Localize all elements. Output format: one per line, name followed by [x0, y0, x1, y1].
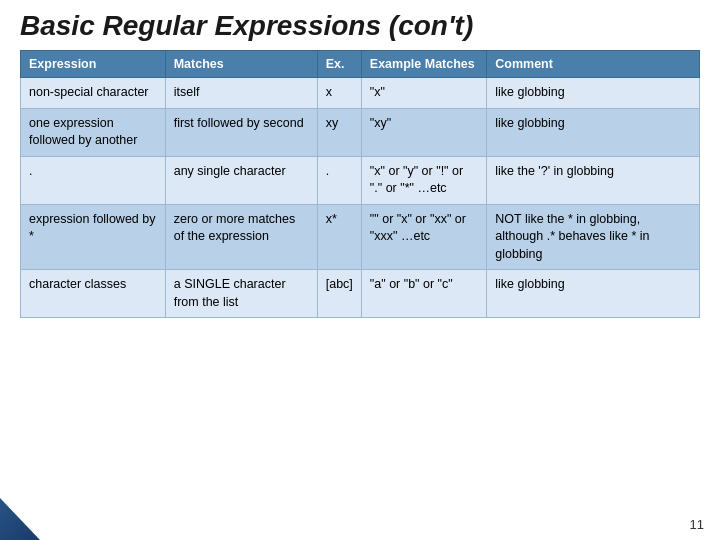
cell-matches: a SINGLE character from the list: [165, 270, 317, 318]
cell-example_matches: "" or "x" or "xx" or "xxx" …etc: [361, 204, 486, 270]
cell-example_matches: "xy": [361, 108, 486, 156]
cell-matches: zero or more matches of the expression: [165, 204, 317, 270]
table-row: non-special characteritselfx"x"like glob…: [21, 78, 700, 109]
cell-comment: like globbing: [487, 108, 700, 156]
cell-expression: one expression followed by another: [21, 108, 166, 156]
col-ex: Ex.: [317, 51, 361, 78]
cell-ex: x: [317, 78, 361, 109]
cell-example_matches: "x" or "y" or "!" or "." or "*" …etc: [361, 156, 486, 204]
col-example-matches: Example Matches: [361, 51, 486, 78]
cell-comment: like globbing: [487, 78, 700, 109]
col-expression: Expression: [21, 51, 166, 78]
cell-example_matches: "x": [361, 78, 486, 109]
corner-decoration: [0, 480, 40, 540]
page-title: Basic Regular Expressions (con't): [0, 0, 720, 50]
page-number: 11: [690, 517, 704, 532]
table-row: one expression followed by anotherfirst …: [21, 108, 700, 156]
table-header-row: Expression Matches Ex. Example Matches C…: [21, 51, 700, 78]
cell-expression: non-special character: [21, 78, 166, 109]
cell-comment: like the '?' in globbing: [487, 156, 700, 204]
cell-expression: expression followed by *: [21, 204, 166, 270]
cell-ex: .: [317, 156, 361, 204]
cell-expression: .: [21, 156, 166, 204]
table-row: character classesa SINGLE character from…: [21, 270, 700, 318]
cell-comment: like globbing: [487, 270, 700, 318]
cell-ex: x*: [317, 204, 361, 270]
regex-table: Expression Matches Ex. Example Matches C…: [20, 50, 700, 318]
table-container: Expression Matches Ex. Example Matches C…: [0, 50, 720, 318]
table-row: expression followed by *zero or more mat…: [21, 204, 700, 270]
col-comment: Comment: [487, 51, 700, 78]
cell-matches: first followed by second: [165, 108, 317, 156]
cell-ex: xy: [317, 108, 361, 156]
col-matches: Matches: [165, 51, 317, 78]
cell-matches: any single character: [165, 156, 317, 204]
cell-example_matches: "a" or "b" or "c": [361, 270, 486, 318]
cell-comment: NOT like the * in globbing, although .* …: [487, 204, 700, 270]
cell-matches: itself: [165, 78, 317, 109]
cell-ex: [abc]: [317, 270, 361, 318]
table-row: .any single character."x" or "y" or "!" …: [21, 156, 700, 204]
cell-expression: character classes: [21, 270, 166, 318]
